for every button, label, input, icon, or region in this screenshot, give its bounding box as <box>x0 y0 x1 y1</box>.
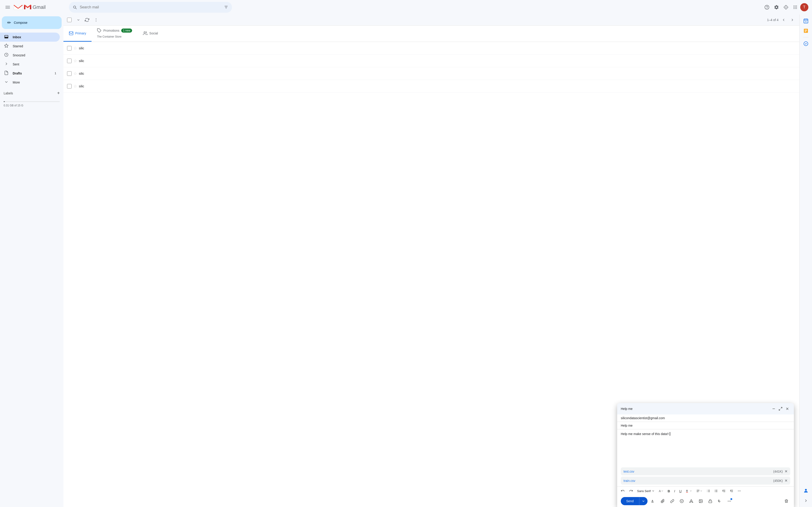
email-row[interactable]: ☆ silic <box>63 55 799 67</box>
text-formatting-button[interactable]: A <box>649 497 657 505</box>
help-button[interactable] <box>763 3 771 11</box>
promotions-tab-icon <box>97 28 101 33</box>
apps-button[interactable] <box>791 3 799 11</box>
font-size-button[interactable]: A <box>657 488 665 494</box>
email-toolbar: 1–4 of 4 <box>63 14 799 25</box>
email-checkbox[interactable] <box>67 84 71 89</box>
select-dropdown-button[interactable] <box>75 17 82 23</box>
outdent-button[interactable] <box>728 488 735 494</box>
photo-button[interactable] <box>697 497 705 505</box>
settings-button[interactable] <box>772 3 781 11</box>
notification-dot <box>730 498 732 500</box>
tasks-icon <box>803 41 809 46</box>
sidebar-item-inbox[interactable]: Inbox <box>0 33 60 42</box>
compose-subject-value[interactable]: Help me <box>621 424 632 427</box>
svg-point-71 <box>680 500 683 503</box>
compose-modal: Help me silicondatascientist@gmail.com H… <box>617 403 794 507</box>
svg-point-37 <box>805 489 807 491</box>
compose-expand-button[interactable] <box>777 406 783 412</box>
send-dropdown-button[interactable] <box>639 497 648 505</box>
next-page-button[interactable] <box>789 16 796 23</box>
text-color-button[interactable]: A <box>684 488 694 494</box>
tasks-button[interactable] <box>801 39 810 48</box>
send-button[interactable]: Send <box>621 497 639 505</box>
star-icon[interactable]: ☆ <box>73 58 77 63</box>
undo-button[interactable] <box>619 488 627 494</box>
email-checkbox[interactable] <box>67 71 71 76</box>
attachment-size-train: (450K) <box>773 479 783 483</box>
prev-page-button[interactable] <box>780 16 787 23</box>
insert-link-button[interactable] <box>668 497 676 505</box>
sidebar-item-starred[interactable]: Starred <box>0 42 60 51</box>
filter-icon[interactable] <box>224 5 229 9</box>
email-row[interactable]: ☆ silic <box>63 42 799 55</box>
compose-to-value[interactable]: silicondatascientist@gmail.com <box>621 416 665 420</box>
contacts-icon <box>803 488 809 494</box>
more-options-button[interactable] <box>92 16 100 23</box>
email-checkbox[interactable] <box>67 59 71 63</box>
more-format-button[interactable] <box>735 488 743 494</box>
indent-button[interactable] <box>720 488 727 494</box>
labels-add-button[interactable]: + <box>57 91 60 96</box>
email-row[interactable]: ☆ silic <box>63 80 799 93</box>
more-options-compose-button[interactable] <box>725 497 733 505</box>
align-button[interactable] <box>695 488 704 494</box>
compose-bottom-bar: Send A <box>617 495 794 507</box>
contacts-button[interactable] <box>801 486 810 495</box>
calendar-button[interactable]: 31 <box>801 16 810 25</box>
star-icon[interactable]: ☆ <box>73 71 77 76</box>
email-row[interactable]: ☆ silic <box>63 67 799 80</box>
close-icon <box>785 407 789 411</box>
attachment-remove-train[interactable]: ✕ <box>784 478 788 483</box>
refresh-button[interactable] <box>83 16 91 23</box>
promotions-badge: 1 new <box>121 29 132 33</box>
redo-button[interactable] <box>627 488 635 494</box>
bold-button[interactable]: B <box>666 488 672 494</box>
star-icon[interactable]: ☆ <box>73 46 77 51</box>
tab-primary[interactable]: Primary <box>63 25 92 42</box>
tab-promotions[interactable]: Promotions 1 new The Container Store <box>92 25 138 42</box>
send-button-wrap: Send <box>621 497 648 505</box>
font-selector[interactable]: Sans Serif <box>635 489 657 494</box>
drafts-badge: 1 <box>55 72 56 75</box>
menu-button[interactable] <box>4 3 12 11</box>
notes-button[interactable] <box>801 26 810 35</box>
bulleted-list-button[interactable] <box>713 488 720 494</box>
emoji-button[interactable] <box>678 497 686 505</box>
topbar-right: T <box>763 3 808 11</box>
svg-point-56 <box>715 492 715 492</box>
compose-close-button[interactable] <box>784 406 790 412</box>
svg-point-81 <box>730 501 731 502</box>
star-icon[interactable]: ☆ <box>73 84 77 89</box>
sidebar-item-more[interactable]: More <box>0 78 60 87</box>
attachment-remove-test[interactable]: ✕ <box>784 469 788 473</box>
drive-button[interactable] <box>688 497 695 505</box>
right-sidebar: 31 <box>799 14 812 507</box>
compose-attachments: test.csv (441K) ✕ train.csv (450K) ✕ <box>617 465 794 487</box>
avatar[interactable]: T <box>800 3 808 11</box>
sidebar-item-sent[interactable]: Sent <box>0 60 60 69</box>
signature-button[interactable] <box>716 497 724 505</box>
attach-button[interactable] <box>659 497 667 505</box>
expand-right-button[interactable] <box>801 496 810 505</box>
sidebar-item-snoozed[interactable]: Snoozed <box>0 51 60 60</box>
gemini-button[interactable] <box>782 3 790 11</box>
lock-button[interactable] <box>706 497 714 505</box>
italic-button[interactable]: I <box>672 488 677 494</box>
select-all-checkbox[interactable] <box>67 18 71 22</box>
compose-minimize-button[interactable] <box>771 406 777 412</box>
sidebar-item-drafts[interactable]: Drafts 1 <box>0 69 60 78</box>
sidebar-nav: Inbox Starred Snoozed Sent <box>0 33 63 87</box>
email-sender: silic <box>79 72 115 75</box>
search-input-wrap[interactable] <box>69 2 232 13</box>
email-checkbox[interactable] <box>67 46 71 51</box>
numbered-list-button[interactable]: 1.2.3. <box>705 488 712 494</box>
underline-button[interactable]: U <box>677 488 683 494</box>
compose-subject-field: Help me <box>617 422 794 429</box>
compose-button[interactable]: ✏ Compose <box>2 16 62 29</box>
delete-compose-button[interactable] <box>782 497 790 505</box>
compose-body-field[interactable]: Help me make sense of this data!! <box>617 429 794 465</box>
sent-icon <box>4 62 9 67</box>
tab-social[interactable]: Social <box>138 25 163 42</box>
search-input[interactable] <box>80 5 221 9</box>
